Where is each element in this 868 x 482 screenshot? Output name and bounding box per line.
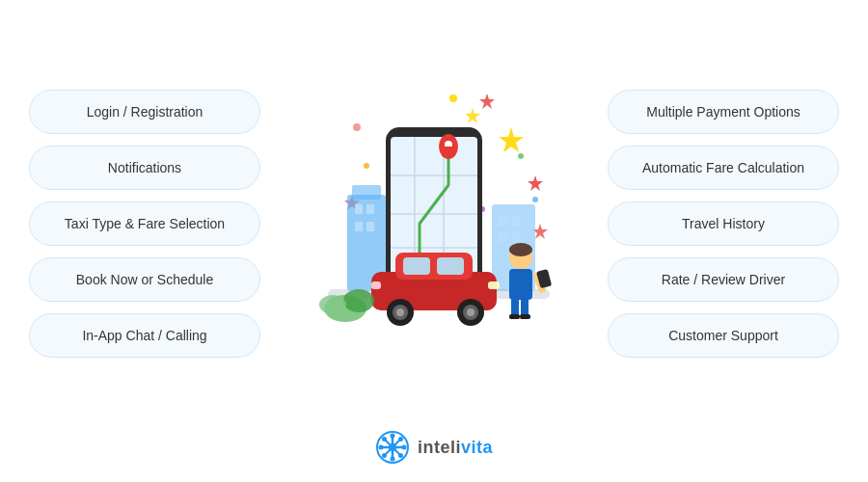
svg-point-71 (382, 453, 387, 458)
feature-btn-rate-review[interactable]: Rate / Review Driver (608, 257, 839, 302)
feature-btn-travel-history[interactable]: Travel History (608, 201, 839, 246)
svg-point-47 (509, 243, 532, 256)
svg-rect-30 (512, 216, 521, 227)
page-title (0, 0, 868, 27)
svg-marker-3 (479, 94, 495, 109)
svg-rect-36 (403, 257, 430, 275)
svg-rect-26 (355, 222, 363, 231)
svg-point-70 (398, 437, 403, 442)
svg-rect-48 (509, 269, 532, 300)
brand-footer: intelivita (375, 430, 493, 465)
svg-point-65 (390, 457, 394, 462)
feature-btn-notifications[interactable]: Notifications (29, 146, 260, 190)
svg-rect-44 (488, 281, 500, 289)
feature-btn-multiple-payment[interactable]: Multiple Payment Options (608, 90, 839, 134)
svg-point-8 (532, 197, 538, 202)
svg-rect-31 (499, 231, 507, 242)
svg-rect-52 (520, 314, 530, 319)
svg-rect-37 (437, 257, 464, 275)
feature-btn-customer-support[interactable]: Customer Support (608, 313, 839, 358)
feature-btn-in-app-chat[interactable]: In-App Chat / Calling (29, 313, 260, 358)
feature-btn-taxi-type-fare[interactable]: Taxi Type & Fare Selection (29, 201, 260, 246)
svg-point-57 (319, 295, 346, 314)
svg-rect-23 (352, 185, 381, 200)
svg-marker-1 (465, 108, 480, 123)
svg-point-7 (518, 153, 524, 159)
svg-point-69 (398, 453, 403, 458)
svg-point-10 (353, 123, 361, 131)
svg-rect-24 (355, 204, 363, 214)
feature-btn-login-registration[interactable]: Login / Registration (29, 90, 260, 134)
brand-name: intelivita (418, 438, 493, 458)
svg-point-63 (389, 443, 396, 451)
svg-point-66 (378, 445, 383, 450)
svg-point-64 (390, 434, 394, 439)
svg-point-68 (382, 437, 387, 442)
svg-rect-51 (509, 314, 520, 319)
svg-rect-27 (366, 222, 374, 231)
svg-rect-25 (366, 204, 374, 214)
svg-point-6 (449, 94, 457, 102)
left-features-column: Login / RegistrationNotificationsTaxi Ty… (29, 90, 260, 358)
svg-point-67 (401, 445, 406, 450)
right-features-column: Multiple Payment OptionsAutomatic Fare C… (608, 90, 839, 358)
brand-logo-icon (375, 430, 410, 465)
svg-rect-29 (499, 216, 507, 227)
svg-marker-2 (528, 175, 543, 191)
feature-btn-auto-fare-calc[interactable]: Automatic Fare Calculation (608, 146, 839, 190)
feature-btn-book-now-schedule[interactable]: Book Now or Schedule (29, 257, 260, 302)
svg-point-43 (467, 308, 475, 316)
svg-point-9 (364, 163, 369, 169)
svg-marker-0 (499, 127, 524, 152)
svg-rect-32 (512, 231, 521, 242)
content-area: Login / RegistrationNotificationsTaxi Ty… (0, 27, 868, 403)
svg-point-56 (343, 289, 374, 312)
center-illustration (260, 50, 608, 397)
svg-rect-45 (371, 281, 381, 289)
svg-point-40 (396, 308, 404, 316)
